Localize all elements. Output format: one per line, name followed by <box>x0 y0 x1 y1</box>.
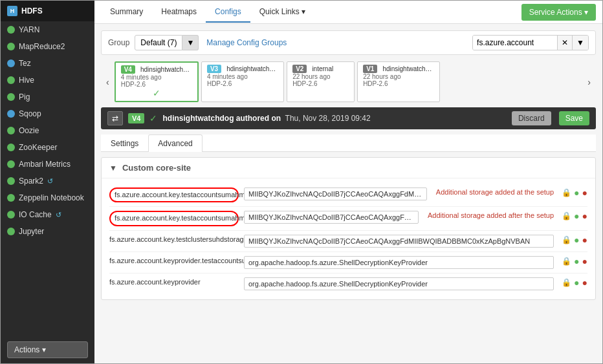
settings-tab-settings[interactable]: Settings <box>101 134 148 152</box>
remove-icon[interactable]: ● <box>582 256 587 266</box>
status-dot-1 <box>7 43 15 50</box>
version-hdp: HDP-2.6 <box>363 80 434 87</box>
service-actions-button[interactable]: Service Actions ▾ <box>521 4 596 21</box>
version-time: 22 hours ago <box>292 73 349 80</box>
nav-tab-configs[interactable]: Configs <box>206 2 250 23</box>
search-clear-icon[interactable]: ✕ <box>557 36 572 50</box>
status-dot-8 <box>7 160 15 168</box>
sidebar-item-yarn[interactable]: YARN <box>1 21 94 38</box>
nav-tab-summary[interactable]: Summary <box>101 2 152 23</box>
version-card-2[interactable]: V2 internal 22 hours ago HDP-2.6 <box>287 61 355 102</box>
sidebar-item-hive[interactable]: Hive <box>1 72 94 89</box>
version-title: internal <box>312 65 333 72</box>
refresh-icon[interactable]: ↺ <box>56 211 61 219</box>
lock-icon[interactable]: 🔒 <box>562 188 571 197</box>
group-select-arrow[interactable]: ▼ <box>182 35 199 50</box>
remove-icon[interactable]: ● <box>582 235 587 245</box>
config-value-input[interactable] <box>244 211 419 224</box>
save-button[interactable]: Save <box>559 111 589 125</box>
sidebar-item-label: Zeppelin Notebook <box>19 193 84 202</box>
search-dropdown-icon[interactable]: ▼ <box>572 36 588 50</box>
sidebar-item-tez[interactable]: Tez <box>1 55 94 72</box>
config-row-actions: 🔒 ● ● <box>562 235 587 245</box>
lock-icon[interactable]: 🔒 <box>562 278 571 287</box>
hdfs-icon: H <box>7 6 17 16</box>
config-row: fs.azure.account.key.testaccountsumahmud… <box>109 184 587 207</box>
version-title: hdinsightwatchd... <box>226 65 278 72</box>
version-prev-arrow[interactable]: ‹ <box>101 73 115 91</box>
config-key: fs.azure.account.key.testaccountsumahmud… <box>109 187 239 202</box>
nav-tab-heatmaps[interactable]: Heatmaps <box>152 2 206 23</box>
config-section-header[interactable]: ▼ Custom core-site <box>102 158 595 178</box>
sidebar-item-zookeeper[interactable]: ZooKeeper <box>1 139 94 156</box>
status-dot-5 <box>7 110 15 118</box>
config-rows: fs.azure.account.key.testaccountsumahmud… <box>102 178 595 299</box>
refresh-icon[interactable]: ↺ <box>47 177 53 186</box>
nav-tab-quick-links-[interactable]: Quick Links ▾ <box>250 2 314 23</box>
config-row: fs.azure.account.key.testaccountsumahmud… <box>109 207 587 230</box>
sidebar-item-label: Tez <box>19 59 31 68</box>
current-version-bar: ⇄ V4 ✓ hdinsightwatchdog authored on Thu… <box>101 107 596 129</box>
lock-icon[interactable]: 🔒 <box>562 211 571 220</box>
sidebar-item-jupyter[interactable]: Jupyter <box>1 223 94 240</box>
add-icon[interactable]: ● <box>574 277 579 288</box>
sidebar-item-spark2[interactable]: Spark2↺ <box>1 173 94 189</box>
config-value-input[interactable] <box>244 235 554 248</box>
version-time: 4 minutes ago <box>121 74 192 81</box>
search-input[interactable] <box>473 36 557 50</box>
status-dot-4 <box>7 93 15 101</box>
version-next-arrow[interactable]: › <box>582 73 596 91</box>
config-row-actions: 🔒 ● ● <box>562 211 587 221</box>
config-value-input[interactable] <box>244 187 427 200</box>
version-badge: V4 <box>121 65 135 74</box>
actions-button[interactable]: Actions ▾ <box>7 341 88 358</box>
sidebar-item-pig[interactable]: Pig <box>1 89 94 105</box>
config-value-input[interactable] <box>244 277 554 290</box>
sidebar-item-oozie[interactable]: Oozie <box>1 122 94 139</box>
add-icon[interactable]: ● <box>574 256 579 266</box>
group-selected-value: Default (7) <box>140 38 177 47</box>
lock-icon[interactable]: 🔒 <box>562 235 571 244</box>
add-icon[interactable]: ● <box>574 235 579 245</box>
remove-icon[interactable]: ● <box>582 211 587 221</box>
remove-icon[interactable]: ● <box>582 277 587 288</box>
sidebar-item-mapreduce2[interactable]: MapReduce2 <box>1 38 94 55</box>
config-key: fs.azure.account.keyprovider <box>109 277 239 287</box>
version-card-0[interactable]: V4 hdinsightwatchd... 4 minutes ago HDP-… <box>115 61 199 102</box>
config-note: Additional storage added after the setup <box>428 211 554 220</box>
manage-config-groups-link[interactable]: Manage Config Groups <box>206 38 287 47</box>
main-content: SummaryHeatmapsConfigsQuick Links ▾ Serv… <box>94 1 602 363</box>
version-check-icon: ✓ <box>121 88 192 98</box>
sidebar-item-label: Hive <box>19 76 34 85</box>
sidebar-item-label: IO Cache <box>19 210 52 219</box>
add-icon[interactable]: ● <box>574 187 579 198</box>
cv-compare-icon[interactable]: ⇄ <box>107 111 123 125</box>
version-hdp: HDP-2.6 <box>292 80 349 87</box>
sidebar-item-ambari-metrics[interactable]: Ambari Metrics <box>1 156 94 173</box>
version-card-1[interactable]: V3 hdinsightwatchd... 4 minutes ago HDP-… <box>201 61 284 102</box>
group-select-button[interactable]: Default (7) <box>135 35 182 50</box>
sidebar-actions: Actions ▾ <box>1 336 94 363</box>
search-box: ✕ ▼ <box>472 35 589 50</box>
remove-icon[interactable]: ● <box>582 187 587 198</box>
config-key: fs.azure.account.keyprovider.testaccount… <box>109 256 239 266</box>
config-value-input[interactable] <box>244 256 554 269</box>
version-time: 4 minutes ago <box>207 73 278 80</box>
sidebar-item-io-cache[interactable]: IO Cache↺ <box>1 206 94 223</box>
sidebar-item-zeppelin-notebook[interactable]: Zeppelin Notebook <box>1 189 94 206</box>
config-area: Group Default (7) ▼ Manage Config Groups… <box>94 24 602 363</box>
add-icon[interactable]: ● <box>574 211 579 221</box>
section-collapse-arrow: ▼ <box>109 164 117 173</box>
version-card-3[interactable]: V1 hdinsightwatchd... 22 hours ago HDP-2… <box>357 61 440 102</box>
sidebar-item-sqoop[interactable]: Sqoop <box>1 105 94 122</box>
sidebar-item-label: ZooKeeper <box>19 143 57 152</box>
discard-button[interactable]: Discard <box>512 111 551 125</box>
config-key: fs.azure.account.key.testclustersuhdstor… <box>109 235 239 244</box>
version-hdp: HDP-2.6 <box>121 81 192 88</box>
status-dot-3 <box>7 76 15 84</box>
cv-check-icon: ✓ <box>149 113 157 123</box>
sidebar-item-label: Pig <box>19 92 30 102</box>
sidebar-header: H HDFS <box>1 1 94 21</box>
lock-icon[interactable]: 🔒 <box>562 257 571 266</box>
settings-tab-advanced[interactable]: Advanced <box>148 134 202 152</box>
